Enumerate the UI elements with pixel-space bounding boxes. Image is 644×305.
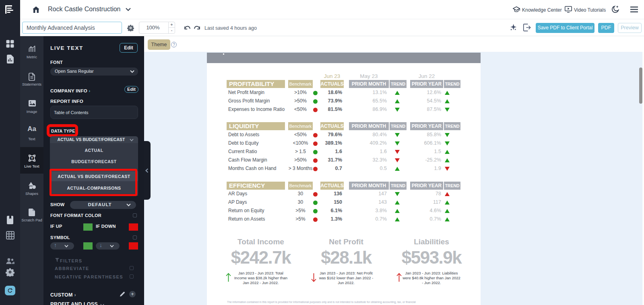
svg-text:T: T	[31, 156, 33, 160]
